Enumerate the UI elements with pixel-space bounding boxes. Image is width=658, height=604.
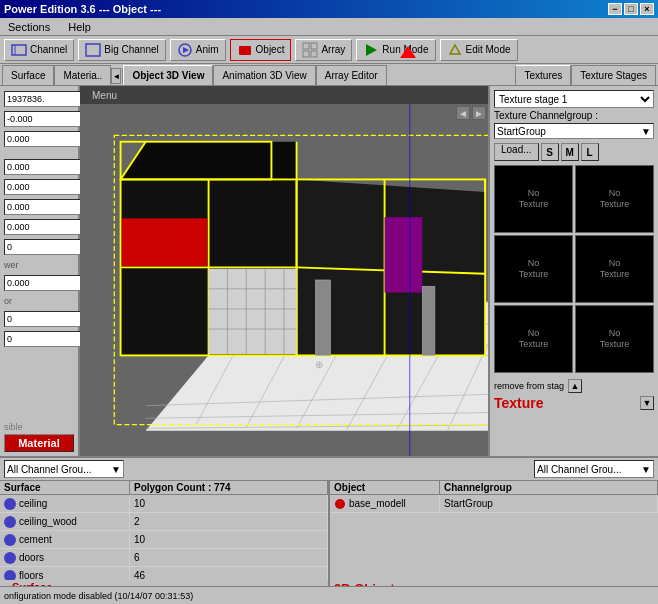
- maximize-btn[interactable]: □: [624, 3, 638, 15]
- object-icon: [237, 42, 253, 58]
- input-row-2: ►: [4, 130, 74, 148]
- object-button[interactable]: Object: [230, 39, 292, 61]
- object-list: base_modell StartGroup: [330, 495, 658, 580]
- texture-cell-0-1[interactable]: NoTexture: [575, 165, 654, 233]
- bottom-toolbar: All Channel Grou... ▼ All Channel Grou..…: [0, 458, 658, 481]
- tab-texture-stages[interactable]: Texture Stages: [571, 65, 656, 85]
- remove-label: remove from stag: [494, 381, 564, 391]
- big-channel-label: Big Channel: [104, 44, 158, 55]
- edit-mode-button[interactable]: Edit Mode: [440, 39, 518, 61]
- anim-label: Anim: [196, 44, 219, 55]
- channelgroup-dropdown[interactable]: StartGroup ▼: [494, 123, 654, 139]
- surface-count-floors: 46: [130, 567, 328, 580]
- svg-marker-10: [366, 44, 377, 56]
- left-panel: ► ► ► ► ► ►: [0, 86, 80, 456]
- minimize-btn[interactable]: −: [608, 3, 622, 15]
- window-controls[interactable]: − □ ×: [608, 3, 654, 15]
- texture-cell-label-2-1: NoTexture: [600, 328, 630, 350]
- input-row-10: ►: [4, 330, 74, 348]
- svg-rect-50: [315, 280, 330, 355]
- texture-stage-label: Texture stage 1: [494, 90, 654, 108]
- object-header: Object Channelgroup: [330, 481, 658, 495]
- channel-icon: [11, 42, 27, 58]
- surface-row-ceiling[interactable]: ceiling 10: [0, 495, 328, 513]
- surface-row-ceiling-wood[interactable]: ceiling_wood 2: [0, 513, 328, 531]
- 3d-scene-svg: ⊕: [80, 104, 488, 456]
- size-m-btn[interactable]: M: [561, 143, 579, 161]
- surface-row-doors[interactable]: doors 6: [0, 549, 328, 567]
- surface-count-cement: 10: [130, 531, 328, 548]
- svg-rect-8: [303, 51, 309, 57]
- channel-group-right-label: All Channel Grou...: [537, 464, 622, 475]
- input-row-6: ►: [4, 218, 74, 236]
- texture-cell-2-0[interactable]: NoTexture: [494, 305, 573, 373]
- surface-count-ceiling-wood: 2: [130, 513, 328, 530]
- surface-count-doors: 6: [130, 549, 328, 566]
- status-bar: onfiguration mode disabled (10/14/07 00:…: [0, 586, 658, 604]
- surface-icon-cement: [4, 534, 16, 546]
- array-icon: [302, 42, 318, 58]
- texture-cell-0-0[interactable]: NoTexture: [494, 165, 573, 233]
- anim-button[interactable]: Anim: [170, 39, 226, 61]
- surface-col-header: Surface: [0, 481, 130, 494]
- texture-cell-label-0-1: NoTexture: [600, 188, 630, 210]
- dropdown-arrow: ▼: [641, 126, 651, 137]
- array-button[interactable]: Array: [295, 39, 352, 61]
- texture-cell-label-1-0: NoTexture: [519, 258, 549, 280]
- run-mode-icon: [363, 42, 379, 58]
- tab-animation-3d[interactable]: Animation 3D View: [213, 65, 315, 85]
- texture-cell-2-1[interactable]: NoTexture: [575, 305, 654, 373]
- texture-stage-select[interactable]: Texture stage 1: [494, 90, 654, 108]
- svg-rect-38: [122, 218, 207, 266]
- bottom-panel: All Channel Grou... ▼ All Channel Grou..…: [0, 456, 658, 586]
- texture-red-label[interactable]: Texture: [494, 395, 544, 411]
- texture-cell-1-1[interactable]: NoTexture: [575, 235, 654, 303]
- tab-object-3d[interactable]: Object 3D View: [123, 65, 213, 85]
- channel-group-dropdown-left[interactable]: All Channel Grou... ▼: [4, 460, 124, 478]
- nav-next[interactable]: ►: [472, 106, 486, 120]
- tab-textures[interactable]: Textures: [515, 65, 571, 85]
- surface-icon-ceiling-wood: [4, 516, 16, 528]
- run-mode-button[interactable]: Run Mode: [356, 39, 435, 61]
- channel-label: Channel: [30, 44, 67, 55]
- edit-mode-icon: [447, 42, 463, 58]
- object-row-base-modell[interactable]: base_modell StartGroup: [330, 495, 658, 513]
- dropdown-chevron-right: ▼: [641, 464, 651, 475]
- load-button[interactable]: Load...: [494, 143, 539, 161]
- viewport-canvas[interactable]: ⊕ ◄ ►: [80, 104, 488, 456]
- tab-nav-left[interactable]: ◄: [111, 68, 121, 84]
- array-label: Array: [321, 44, 345, 55]
- size-s-btn[interactable]: S: [541, 143, 559, 161]
- scroll-down[interactable]: ▼: [640, 396, 654, 410]
- red-arrow-indicator: [400, 46, 416, 58]
- channel-group-dropdown-right[interactable]: All Channel Grou... ▼: [534, 460, 654, 478]
- surface-name-ceiling: ceiling: [19, 498, 47, 509]
- nav-prev[interactable]: ◄: [456, 106, 470, 120]
- material-button[interactable]: Material: [4, 434, 74, 452]
- input-row-0: ►: [4, 90, 74, 108]
- menu-sections[interactable]: Sections: [4, 20, 54, 34]
- tab-materia[interactable]: Materia..: [54, 65, 111, 85]
- object-name-base-modell: base_modell: [349, 498, 406, 509]
- viewport-menu-item[interactable]: Menu: [88, 90, 121, 101]
- surface-row-cement[interactable]: cement 10: [0, 531, 328, 549]
- size-l-btn[interactable]: L: [581, 143, 599, 161]
- tab-surface[interactable]: Surface: [2, 65, 54, 85]
- edit-mode-label: Edit Mode: [466, 44, 511, 55]
- channelgroup-label: Texture Channelgroup :: [494, 110, 654, 121]
- svg-rect-5: [239, 46, 251, 55]
- remove-row: remove from stag ▲: [494, 379, 654, 393]
- svg-rect-9: [311, 51, 317, 57]
- scroll-up[interactable]: ▲: [568, 379, 582, 393]
- menu-help[interactable]: Help: [64, 20, 95, 34]
- big-channel-button[interactable]: Big Channel: [78, 39, 165, 61]
- texture-cell-1-0[interactable]: NoTexture: [494, 235, 573, 303]
- surface-row-floors[interactable]: floors 46: [0, 567, 328, 580]
- app-title: Power Edition 3.6 --- Object ---: [4, 3, 161, 15]
- tab-array-editor[interactable]: Array Editor: [316, 65, 387, 85]
- channel-button[interactable]: Channel: [4, 39, 74, 61]
- surface-icon-floors: [4, 570, 16, 581]
- section-power: wer: [4, 260, 74, 270]
- close-btn[interactable]: ×: [640, 3, 654, 15]
- object-icon-base-modell: [334, 498, 346, 510]
